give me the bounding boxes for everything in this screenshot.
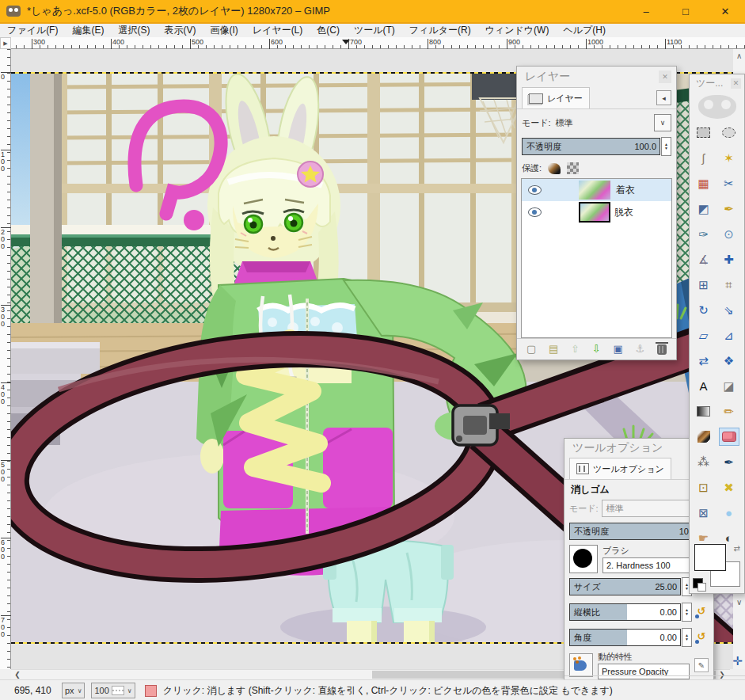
duplicate-layer-button[interactable]: ▣ <box>613 344 622 355</box>
perspective-tool[interactable]: ⊿ <box>719 326 739 344</box>
brush-preview[interactable] <box>569 545 598 573</box>
pencil-tool[interactable]: ✏ <box>719 402 739 420</box>
ink-tool[interactable]: ✒ <box>719 453 739 471</box>
heal-tool[interactable]: ✖ <box>719 478 739 496</box>
toolbox-close-icon[interactable]: ✕ <box>731 78 741 89</box>
scissors-select-tool[interactable]: ✂ <box>719 174 739 192</box>
layer-opacity-spinner[interactable]: ▲▼ <box>661 137 671 156</box>
measure-tool[interactable]: ∡ <box>694 250 714 268</box>
scale-tool[interactable]: ⇘ <box>719 301 739 319</box>
layer-visible-eye-icon[interactable] <box>528 207 542 217</box>
flip-tool[interactable]: ⇄ <box>694 352 714 370</box>
menu-r[interactable]: フィルター(R) <box>402 24 478 37</box>
menu-c[interactable]: 色(C) <box>310 24 347 37</box>
dynamics-edit-button[interactable]: ✎ <box>694 658 709 672</box>
menu-l[interactable]: レイヤー(L) <box>245 24 310 37</box>
angle-slider[interactable]: 角度 0.00 <box>569 629 681 646</box>
lock-alpha-icon[interactable] <box>567 162 579 174</box>
tab-menu-icon[interactable]: ◂ <box>656 90 671 105</box>
layer-row[interactable]: 脱衣 <box>522 201 671 223</box>
toolbox-header[interactable]: ツー... ✕ <box>690 74 744 92</box>
new-layer-button[interactable]: ▢ <box>526 344 536 355</box>
default-colors-icon[interactable] <box>693 578 703 588</box>
layer-opacity-slider[interactable]: 不透明度 100.0 <box>522 138 660 155</box>
menu-f[interactable]: ファイル(F) <box>0 24 65 37</box>
angle-reset-button[interactable]: ↺ <box>694 630 709 645</box>
size-label: サイズ <box>574 581 655 593</box>
move-tool[interactable]: ✚ <box>719 250 739 268</box>
canvas-navigation-button[interactable]: ✛ <box>731 654 744 668</box>
paths-tool[interactable]: ✒ <box>719 200 739 218</box>
gradient-tool[interactable] <box>694 402 714 420</box>
scroll-left-icon[interactable]: ❮ <box>11 670 24 679</box>
eraser-tool[interactable] <box>719 428 739 446</box>
zoom-dropdown[interactable]: 100 ∨ <box>91 683 135 698</box>
blur-sharpen-tool[interactable]: ● <box>719 504 739 522</box>
swap-colors-icon[interactable]: ⇄ <box>734 544 740 553</box>
layers-tab[interactable]: レイヤー <box>522 87 590 108</box>
menu-e[interactable]: 編集(E) <box>65 24 111 37</box>
anchor-layer-button[interactable]: ⚓ <box>636 344 645 355</box>
foreground-color-swatch[interactable] <box>694 544 726 571</box>
zoom-tool[interactable]: ⊙ <box>719 225 739 243</box>
menu-w[interactable]: ウィンドウ(W) <box>478 24 557 37</box>
vertical-ruler[interactable]: 0100200300400500600700 <box>0 49 11 669</box>
unit-dropdown[interactable]: px∨ <box>62 683 85 698</box>
aspect-reset-button[interactable]: ↺ <box>694 605 709 619</box>
layer-visible-eye-icon[interactable] <box>528 185 542 195</box>
shear-tool[interactable]: ▱ <box>694 326 714 344</box>
scroll-down-icon[interactable]: ∨ <box>736 599 742 607</box>
close-button[interactable]: ✕ <box>705 0 745 22</box>
handle-transform-tool[interactable]: ❖ <box>719 352 739 370</box>
rectangle-select-tool[interactable] <box>694 124 714 142</box>
fuzzy-select-tool[interactable]: ✶ <box>719 149 739 167</box>
scroll-up-icon[interactable]: ∧ <box>736 52 742 60</box>
layer-thumbnail[interactable] <box>579 181 610 200</box>
delete-layer-button[interactable] <box>657 344 667 355</box>
rotate-tool[interactable]: ↻ <box>694 301 714 319</box>
dynamics-icon[interactable] <box>569 653 593 677</box>
perspective-clone-tool[interactable]: ⊠ <box>694 504 714 522</box>
layers-dialog-header[interactable]: レイヤー ✕ <box>517 67 676 87</box>
menu-v[interactable]: 表示(V) <box>157 24 203 37</box>
lock-pixels-icon[interactable] <box>548 163 561 174</box>
layer-list[interactable]: 着衣脱衣 <box>521 178 672 338</box>
menu-h[interactable]: ヘルプ(H) <box>556 24 613 37</box>
minimize-button[interactable]: – <box>626 0 666 22</box>
align-tool[interactable]: ⊞ <box>694 276 714 294</box>
tool-options-tab[interactable]: ツールオプション <box>569 458 671 479</box>
raise-layer-button[interactable]: ⇧ <box>571 344 580 355</box>
eraser-mode-label: モード: <box>569 503 599 515</box>
crop-tool[interactable]: ⌗ <box>719 276 739 294</box>
layers-close-icon[interactable]: ✕ <box>659 70 671 83</box>
new-group-button[interactable]: ▤ <box>549 344 558 355</box>
aspect-spinner[interactable]: ▲▼ <box>682 603 692 622</box>
angle-spinner[interactable]: ▲▼ <box>682 628 692 647</box>
menu-i[interactable]: 画像(I) <box>203 24 245 37</box>
eraser-opacity-slider[interactable]: 不透明度 100 <box>569 523 697 540</box>
bucket-fill-tool[interactable]: ◪ <box>719 377 739 395</box>
text-tool[interactable]: A <box>694 377 714 395</box>
color-picker-tool[interactable]: ✑ <box>694 225 714 243</box>
brush-size-slider[interactable]: サイズ 25.00 <box>569 578 681 595</box>
layer-mode-dropdown[interactable]: ∨ <box>654 114 671 131</box>
airbrush-tool[interactable]: ⁂ <box>694 453 714 471</box>
select-by-color-tool[interactable]: ▦ <box>694 174 714 192</box>
lower-layer-button[interactable]: ⇩ <box>592 344 601 355</box>
menu-t[interactable]: ツール(T) <box>347 24 402 37</box>
menu-s[interactable]: 選択(S) <box>111 24 157 37</box>
horizontal-ruler[interactable]: 30040050060070080090010001100 <box>11 37 745 49</box>
aspect-ratio-slider[interactable]: 縦横比 0.00 <box>569 603 681 621</box>
paintbrush-tool[interactable] <box>694 428 714 446</box>
clone-tool[interactable]: ⊡ <box>694 478 714 496</box>
zoom-entry[interactable] <box>112 686 124 695</box>
ellipse-select-tool[interactable] <box>719 124 739 142</box>
foreground-select-tool[interactable]: ◩ <box>694 200 714 218</box>
ruler-corner-button[interactable]: ▶ <box>0 37 11 49</box>
layer-name[interactable]: 着衣 <box>616 184 635 197</box>
free-select-tool[interactable]: ʃ <box>694 149 714 167</box>
layer-name[interactable]: 脱衣 <box>614 206 633 219</box>
maximize-button[interactable]: □ <box>666 0 705 22</box>
layer-row[interactable]: 着衣 <box>522 179 671 201</box>
layer-thumbnail[interactable] <box>580 204 609 221</box>
